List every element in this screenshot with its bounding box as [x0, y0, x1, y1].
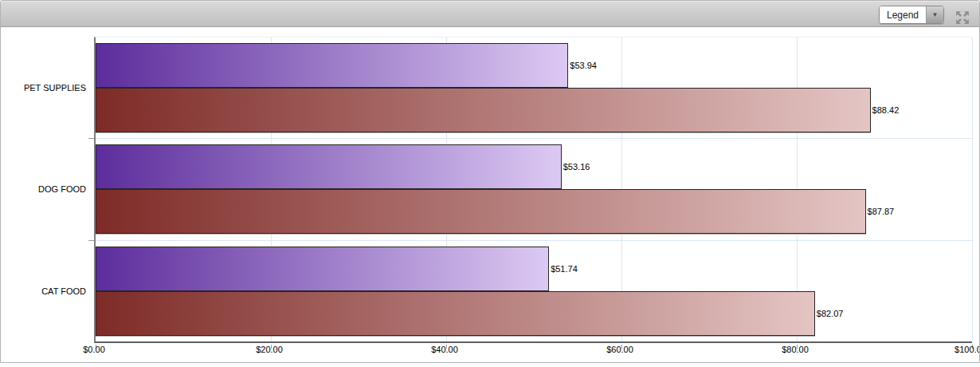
bar-value-label: $53.94 [570, 61, 597, 70]
x-axis-tick-label: $40.00 [431, 345, 458, 354]
chart-area: PET SUPPLIES$53.94$88.42DOG FOOD$53.16$8… [1, 27, 979, 362]
purple-series-bar[interactable] [96, 144, 562, 189]
bar-row: $51.74 [96, 247, 972, 291]
legend-dropdown-label: Legend [880, 6, 926, 23]
x-axis-tick-label: $60.00 [606, 345, 633, 354]
purple-series-bar[interactable] [96, 43, 568, 88]
y-axis-tick [88, 240, 94, 241]
bar-value-label: $88.42 [872, 105, 900, 115]
chart-toolbar: Legend ▼ [1, 1, 979, 27]
bar-row: $53.94 [96, 43, 972, 88]
bar-value-label: $51.74 [551, 264, 578, 274]
purple-series-bar[interactable] [96, 247, 549, 291]
category-label: CAT FOOD [3, 286, 86, 296]
bar-groups: PET SUPPLIES$53.94$88.42DOG FOOD$53.16$8… [96, 37, 972, 341]
category-group: PET SUPPLIES$53.94$88.42 [96, 37, 972, 139]
chart-widget: Legend ▼ PET SUPPLIES$53.94$88.42DOG FOO… [0, 0, 980, 363]
x-axis-tick-label: $80.00 [782, 345, 809, 354]
legend-dropdown-button[interactable]: ▼ [926, 6, 943, 23]
x-axis-labels: $0.00$20.00$40.00$60.00$80.00$100.00 [94, 345, 970, 357]
bar-value-label: $82.07 [817, 309, 844, 318]
red-series-bar[interactable] [96, 189, 866, 234]
expand-icon[interactable] [955, 10, 970, 25]
plot-area: PET SUPPLIES$53.94$88.42DOG FOOD$53.16$8… [94, 37, 972, 343]
legend-dropdown[interactable]: Legend ▼ [879, 6, 944, 24]
bar-row: $82.07 [96, 291, 972, 336]
bar-row: $87.87 [96, 189, 972, 234]
category-label: DOG FOOD [3, 184, 86, 194]
category-group: CAT FOOD$51.74$82.07 [96, 241, 972, 341]
category-label: PET SUPPLIES [3, 83, 86, 93]
red-series-bar[interactable] [96, 88, 871, 132]
x-axis-tick-label: $20.00 [256, 345, 283, 354]
bar-row: $53.16 [96, 144, 972, 189]
y-axis-tick [88, 138, 94, 139]
vertical-gridline [972, 37, 973, 341]
bar-value-label: $53.16 [563, 162, 590, 172]
bar-value-label: $87.87 [868, 207, 895, 216]
chevron-down-icon: ▼ [932, 12, 939, 18]
red-series-bar[interactable] [96, 291, 815, 336]
x-axis-tick-label: $100.00 [955, 345, 980, 354]
category-group: DOG FOOD$53.16$87.87 [96, 139, 972, 240]
x-axis-tick-label: $0.00 [83, 345, 105, 354]
bar-row: $88.42 [96, 88, 972, 132]
